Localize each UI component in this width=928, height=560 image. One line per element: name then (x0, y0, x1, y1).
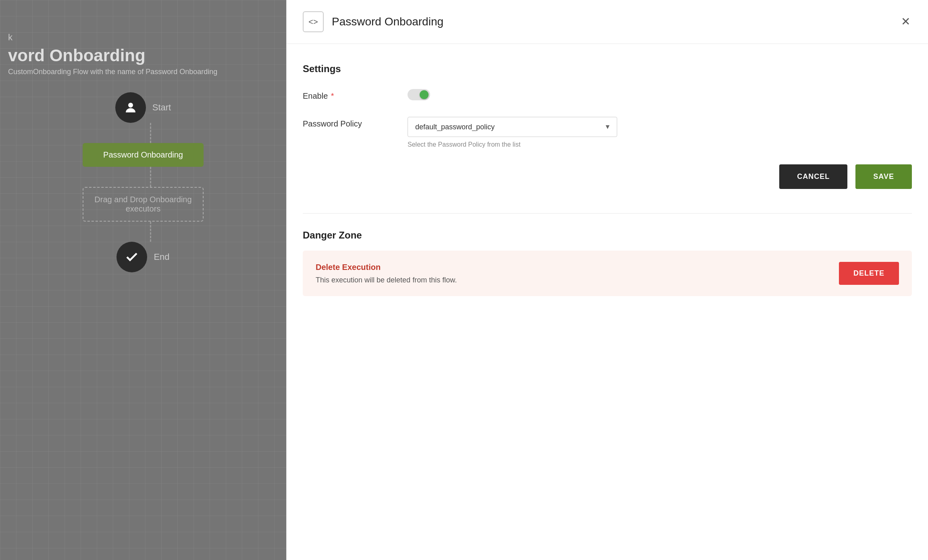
password-policy-row: Password Policy default_password_policy … (303, 117, 912, 148)
end-circle (117, 242, 147, 272)
save-button[interactable]: SAVE (855, 164, 912, 189)
required-star: * (331, 91, 334, 100)
password-policy-label: Password Policy (303, 117, 408, 129)
panel-body: Settings Enable * Password Policy defaul… (287, 44, 928, 315)
flow-title: vord Onboarding (8, 46, 278, 65)
cancel-button[interactable]: CANCEL (779, 164, 847, 189)
onboarding-box: Password Onboarding (83, 143, 204, 167)
panel-title: Password Onboarding (332, 15, 443, 28)
action-buttons: CANCEL SAVE (303, 164, 912, 189)
end-node: End (117, 242, 169, 272)
back-link: k (8, 32, 278, 43)
code-icon-box: <> (303, 11, 324, 32)
section-divider (303, 213, 912, 214)
delete-button[interactable]: DELETE (839, 262, 899, 285)
flow-diagram: Start Password Onboarding Drag and Drop … (8, 92, 278, 272)
svg-point-0 (128, 103, 133, 108)
left-content: k vord Onboarding CustomOnboarding Flow … (0, 0, 286, 560)
toggle-thumb (420, 90, 429, 99)
connector-3 (150, 222, 151, 242)
password-policy-select[interactable]: default_password_policy (408, 117, 617, 137)
start-node: Start (115, 92, 171, 123)
password-policy-wrapper: default_password_policy ▼ Select the Pas… (408, 117, 617, 148)
drop-box-row: Drag and Drop Onboarding executors (83, 187, 204, 222)
left-header: k vord Onboarding CustomOnboarding Flow … (8, 32, 278, 76)
flow-subtitle: CustomOnboarding Flow with the name of P… (8, 68, 278, 76)
connector-1 (150, 123, 151, 143)
close-button[interactable]: ✕ (899, 15, 912, 29)
panel-header: <> Password Onboarding ✕ (287, 0, 928, 44)
password-policy-dropdown-container: default_password_policy ▼ (408, 117, 617, 137)
drop-zone-box: Drag and Drop Onboarding executors (83, 187, 204, 222)
danger-card-content: Delete Execution This execution will be … (316, 263, 457, 284)
password-policy-hint: Select the Password Policy from the list (408, 141, 617, 148)
enable-row: Enable * (303, 89, 912, 101)
connector-2 (150, 167, 151, 187)
danger-card-title: Delete Execution (316, 263, 457, 272)
right-panel: <> Password Onboarding ✕ Settings Enable… (286, 0, 928, 560)
end-label: End (154, 252, 169, 262)
danger-card: Delete Execution This execution will be … (303, 251, 912, 296)
code-icon: <> (308, 17, 318, 27)
panel-header-left: <> Password Onboarding (303, 11, 443, 32)
danger-zone-heading: Danger Zone (303, 230, 912, 241)
danger-card-desc: This execution will be deleted from this… (316, 276, 457, 284)
toggle-track[interactable] (408, 89, 430, 100)
start-label: Start (152, 102, 171, 113)
start-circle (115, 92, 146, 123)
enable-toggle[interactable] (408, 89, 430, 100)
settings-heading: Settings (303, 63, 912, 75)
enable-label: Enable * (303, 89, 408, 101)
left-panel: k vord Onboarding CustomOnboarding Flow … (0, 0, 286, 560)
onboarding-box-row: Password Onboarding (83, 143, 204, 167)
